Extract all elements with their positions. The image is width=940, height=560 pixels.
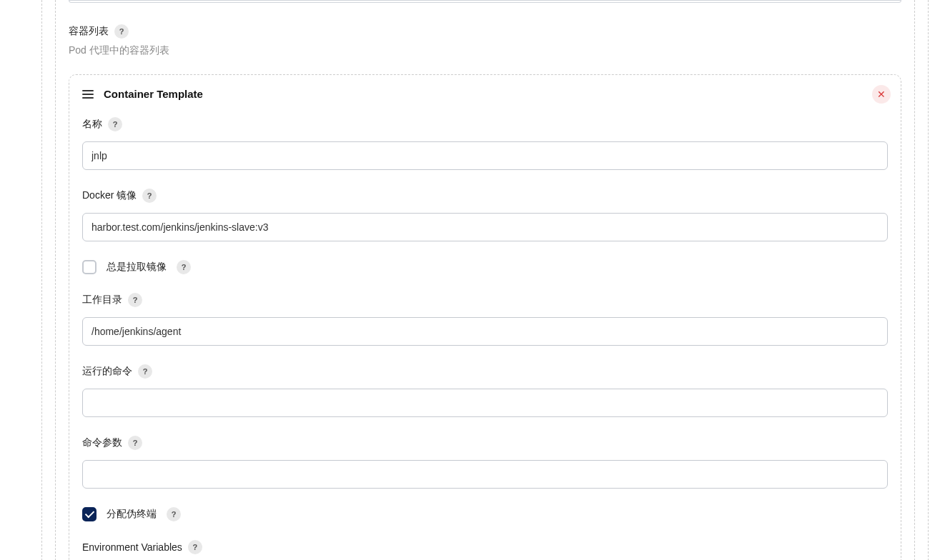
help-icon[interactable]: ? <box>128 436 142 450</box>
help-icon[interactable]: ? <box>128 293 142 307</box>
outer-dashed-border: 容器列表 ? Pod 代理中的容器列表 Container Template ✕… <box>41 0 929 560</box>
command-label: 运行的命令 <box>82 365 132 378</box>
help-icon[interactable]: ? <box>142 189 157 203</box>
container-list-description: Pod 代理中的容器列表 <box>69 44 901 57</box>
working-dir-label: 工作目录 <box>82 294 122 306</box>
docker-image-label-row: Docker 镜像 ? <box>82 189 888 203</box>
name-input[interactable] <box>82 141 888 170</box>
docker-image-label: Docker 镜像 <box>82 189 137 202</box>
help-icon[interactable]: ? <box>114 24 129 39</box>
remove-button[interactable]: ✕ <box>872 85 891 104</box>
help-icon[interactable]: ? <box>177 260 191 274</box>
top-input-placeholder <box>69 0 901 3</box>
help-icon[interactable]: ? <box>188 540 202 554</box>
always-pull-label: 总是拉取镜像 <box>107 261 167 274</box>
env-vars-label-row: Environment Variables ? <box>82 540 888 554</box>
command-label-row: 运行的命令 ? <box>82 364 888 379</box>
template-title: Container Template <box>104 88 203 100</box>
help-icon[interactable]: ? <box>167 507 181 521</box>
drag-handle-icon[interactable] <box>82 89 94 100</box>
close-icon: ✕ <box>877 89 886 99</box>
args-label-row: 命令参数 ? <box>82 436 888 450</box>
inner-dashed-border: 容器列表 ? Pod 代理中的容器列表 Container Template ✕… <box>55 0 915 560</box>
always-pull-checkbox[interactable] <box>82 260 97 274</box>
help-icon[interactable]: ? <box>108 117 122 131</box>
args-input[interactable] <box>82 460 888 489</box>
docker-image-form-group: Docker 镜像 ? <box>82 189 888 241</box>
working-dir-label-row: 工作目录 ? <box>82 293 888 307</box>
command-form-group: 运行的命令 ? <box>82 364 888 417</box>
command-input[interactable] <box>82 389 888 417</box>
args-form-group: 命令参数 ? <box>82 436 888 489</box>
name-form-group: 名称 ? <box>82 117 888 170</box>
working-dir-input[interactable] <box>82 317 888 346</box>
tty-row: 分配伪终端 ? <box>82 507 888 521</box>
tty-checkbox[interactable] <box>82 507 97 521</box>
docker-image-input[interactable] <box>82 213 888 241</box>
working-dir-form-group: 工作目录 ? <box>82 293 888 346</box>
args-label: 命令参数 <box>82 436 122 449</box>
container-template-card: Container Template ✕ 名称 ? Docker 镜像 ? <box>69 74 901 560</box>
env-vars-label: Environment Variables <box>82 541 182 553</box>
container-list-label-row: 容器列表 ? <box>69 24 901 39</box>
name-label-row: 名称 ? <box>82 117 888 131</box>
tty-label: 分配伪终端 <box>107 508 157 521</box>
name-label: 名称 <box>82 118 102 131</box>
always-pull-row: 总是拉取镜像 ? <box>82 260 888 274</box>
template-header: Container Template <box>82 88 888 100</box>
help-icon[interactable]: ? <box>138 364 152 379</box>
container-list-label: 容器列表 <box>69 25 109 38</box>
